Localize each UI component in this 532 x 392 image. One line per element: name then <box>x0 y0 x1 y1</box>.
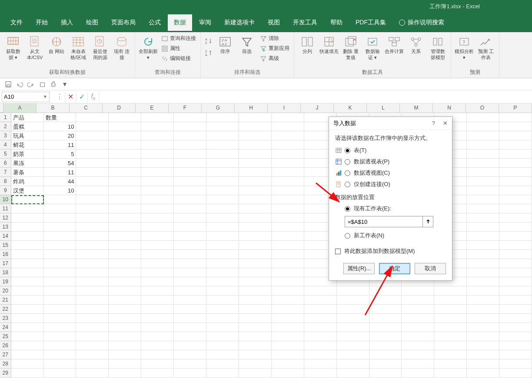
tab-page-layout[interactable]: 页面布局 <box>105 14 142 31</box>
cancel-formula-icon[interactable]: ✕ <box>65 92 76 102</box>
cell-I4[interactable] <box>272 140 304 149</box>
cell-A9[interactable]: 汉堡 <box>11 186 44 195</box>
cell-F16[interactable] <box>174 250 206 259</box>
row-header-12[interactable]: 12 <box>0 213 11 223</box>
cell-E25[interactable] <box>141 332 174 341</box>
cell-H17[interactable] <box>239 259 272 268</box>
cell-D8[interactable] <box>109 177 141 186</box>
text-to-columns-button[interactable]: 分列 <box>297 34 318 56</box>
cell-D12[interactable] <box>109 213 141 223</box>
cell-F7[interactable] <box>174 168 206 177</box>
column-header-E[interactable]: E <box>136 103 169 113</box>
tab-review[interactable]: 审阅 <box>193 14 217 31</box>
cell-P25[interactable] <box>499 332 532 341</box>
what-if-analysis-button[interactable]: ?模拟分析 ▾ <box>454 34 475 63</box>
row-header-4[interactable]: 4 <box>0 140 11 149</box>
cell-G27[interactable] <box>206 350 239 359</box>
cell-E6[interactable] <box>141 159 174 168</box>
cell-K29[interactable] <box>337 369 369 378</box>
cell-H13[interactable] <box>239 223 272 232</box>
cell-A17[interactable] <box>11 259 44 268</box>
name-box-dropdown-icon[interactable]: ▼ <box>43 94 47 99</box>
cell-A16[interactable] <box>11 250 44 259</box>
cell-N27[interactable] <box>434 350 467 359</box>
row-header-16[interactable]: 16 <box>0 250 11 259</box>
cell-A14[interactable] <box>11 232 44 241</box>
cell-E22[interactable] <box>141 305 174 314</box>
cell-I5[interactable] <box>272 149 304 159</box>
cell-F28[interactable] <box>174 359 206 369</box>
cell-F26[interactable] <box>174 341 206 350</box>
row-header-23[interactable]: 23 <box>0 314 11 323</box>
cell-I3[interactable] <box>272 131 304 140</box>
cell-A22[interactable] <box>11 305 44 314</box>
cell-F6[interactable] <box>174 159 206 168</box>
cell-G17[interactable] <box>206 259 239 268</box>
edit-links-button[interactable]: 编辑链接 <box>160 54 198 63</box>
column-header-L[interactable]: L <box>367 103 400 113</box>
get-data-button[interactable]: 获取数 据 ▾ <box>3 34 23 63</box>
cell-I10[interactable] <box>272 195 304 204</box>
qat-button-1[interactable]: ◻ <box>38 80 46 88</box>
cell-A18[interactable] <box>11 268 44 277</box>
cell-I18[interactable] <box>272 268 304 277</box>
cell-B29[interactable] <box>44 369 76 378</box>
cell-I23[interactable] <box>272 314 304 323</box>
cell-E8[interactable] <box>141 177 174 186</box>
cell-A11[interactable] <box>11 204 44 213</box>
cell-P13[interactable] <box>499 223 532 232</box>
cell-G28[interactable] <box>206 359 239 369</box>
cell-F22[interactable] <box>174 305 206 314</box>
cell-O1[interactable] <box>467 113 499 122</box>
column-header-N[interactable]: N <box>433 103 466 113</box>
cell-N21[interactable] <box>434 296 467 305</box>
cell-F24[interactable] <box>174 323 206 332</box>
cell-A29[interactable] <box>11 369 44 378</box>
cell-H23[interactable] <box>239 314 272 323</box>
cell-L21[interactable] <box>369 296 402 305</box>
cell-G14[interactable] <box>206 232 239 241</box>
cell-A2[interactable]: 蛋糕 <box>11 122 44 131</box>
tab-formulas[interactable]: 公式 <box>143 14 167 31</box>
cell-K28[interactable] <box>337 359 369 369</box>
cell-C3[interactable] <box>76 131 109 140</box>
cell-D25[interactable] <box>109 332 141 341</box>
cell-F12[interactable] <box>174 213 206 223</box>
row-header-22[interactable]: 22 <box>0 305 11 314</box>
cell-P5[interactable] <box>499 149 532 159</box>
cell-I15[interactable] <box>272 241 304 250</box>
cell-E17[interactable] <box>141 259 174 268</box>
cell-H28[interactable] <box>239 359 272 369</box>
cell-P12[interactable] <box>499 213 532 223</box>
cell-F11[interactable] <box>174 204 206 213</box>
cell-A3[interactable]: 玩具 <box>11 131 44 140</box>
checkbox-add-to-model[interactable] <box>335 249 341 254</box>
cell-E1[interactable] <box>141 113 174 122</box>
cell-B26[interactable] <box>44 341 76 350</box>
cell-P1[interactable] <box>499 113 532 122</box>
cell-O15[interactable] <box>467 241 499 250</box>
cell-O21[interactable] <box>467 296 499 305</box>
tab-developer[interactable]: 开发工具 <box>287 14 323 31</box>
manage-data-model-button[interactable]: 管理数 据模型 <box>427 34 448 63</box>
cell-G12[interactable] <box>206 213 239 223</box>
cell-L22[interactable] <box>369 305 402 314</box>
tab-help[interactable]: 帮助 <box>324 14 349 31</box>
cell-J26[interactable] <box>304 341 337 350</box>
column-header-B[interactable]: B <box>37 103 70 113</box>
cell-F25[interactable] <box>174 332 206 341</box>
cell-B13[interactable] <box>44 223 76 232</box>
cell-C11[interactable] <box>76 204 109 213</box>
cell-I17[interactable] <box>272 259 304 268</box>
row-header-5[interactable]: 5 <box>0 149 11 159</box>
cell-E23[interactable] <box>141 314 174 323</box>
cell-J27[interactable] <box>304 350 337 359</box>
cell-D4[interactable] <box>109 140 141 149</box>
tell-me-search[interactable]: 操作说明搜索 <box>399 19 444 27</box>
cell-I22[interactable] <box>272 305 304 314</box>
cell-A10[interactable] <box>11 195 44 204</box>
cell-L27[interactable] <box>369 350 402 359</box>
cell-B4[interactable]: 11 <box>44 140 76 149</box>
row-header-7[interactable]: 7 <box>0 168 11 177</box>
cell-O27[interactable] <box>467 350 499 359</box>
